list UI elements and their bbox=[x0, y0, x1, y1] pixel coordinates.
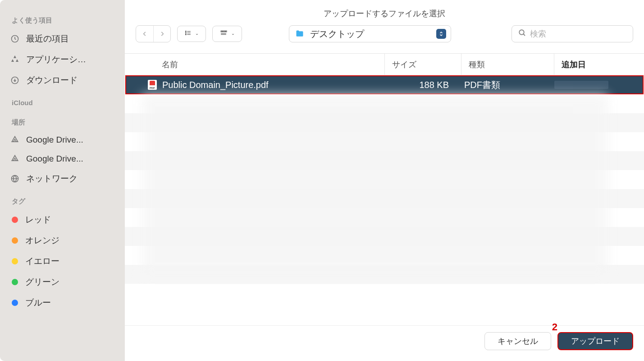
sidebar-item-network[interactable]: ネットワーク bbox=[0, 168, 125, 189]
tag-dot-icon bbox=[12, 300, 18, 306]
svg-rect-12 bbox=[226, 31, 227, 32]
file-added bbox=[553, 81, 643, 89]
tag-dot-icon bbox=[12, 279, 18, 285]
download-icon bbox=[10, 75, 20, 85]
main-panel: アップロードするファイルを選択 bbox=[125, 0, 644, 361]
drive-icon bbox=[10, 154, 20, 164]
upload-button[interactable]: アップロード bbox=[557, 332, 633, 350]
pdf-file-icon: PDF bbox=[148, 80, 157, 90]
sidebar-item-recents[interactable]: 最近の項目 bbox=[0, 28, 125, 49]
sidebar-item-gdrive-1[interactable]: Google Drive... bbox=[0, 130, 125, 149]
sidebar-header-tags: タグ bbox=[0, 189, 125, 209]
view-list-button[interactable] bbox=[177, 26, 206, 42]
svg-rect-11 bbox=[224, 31, 225, 32]
svg-point-15 bbox=[519, 30, 524, 35]
sidebar: よく使う項目 最近の項目 アプリケーシ… ダウンロード iCloud 場所 bbox=[0, 0, 125, 361]
file-size: 188 KB bbox=[383, 80, 460, 90]
svg-rect-9 bbox=[221, 31, 222, 32]
sidebar-item-label: グリーン bbox=[25, 276, 59, 288]
chevron-down-icon bbox=[195, 30, 199, 38]
svg-point-5 bbox=[185, 34, 186, 35]
file-name: Public Domain_Picture.pdf bbox=[162, 80, 269, 90]
sidebar-item-label: Google Drive... bbox=[26, 135, 83, 145]
location-picker[interactable]: デスクトップ bbox=[289, 25, 451, 42]
location-label: デスクトップ bbox=[310, 28, 432, 40]
sidebar-tag-yellow[interactable]: イエロー bbox=[0, 251, 125, 272]
toolbar: デスクトップ bbox=[125, 25, 644, 53]
search-box[interactable] bbox=[512, 25, 633, 42]
svg-rect-10 bbox=[223, 31, 224, 32]
column-name[interactable]: 名前 bbox=[125, 59, 384, 70]
grid-icon bbox=[219, 30, 228, 38]
list-icon bbox=[184, 30, 192, 38]
sidebar-item-label: アプリケーシ… bbox=[26, 54, 86, 65]
forward-button[interactable] bbox=[153, 26, 170, 42]
view-group-button[interactable] bbox=[212, 26, 242, 42]
drive-icon bbox=[10, 135, 20, 145]
sidebar-item-label: イエロー bbox=[25, 255, 59, 267]
search-icon bbox=[518, 29, 526, 39]
sidebar-item-label: ブルー bbox=[25, 297, 51, 309]
dialog-title: アップロードするファイルを選択 bbox=[125, 0, 644, 25]
footer: 2 キャンセル アップロード bbox=[125, 325, 644, 361]
sidebar-item-label: オレンジ bbox=[25, 235, 59, 246]
file-list: 1 PDF Public Domain_Picture.pdf 188 KB P… bbox=[125, 75, 644, 325]
cancel-button[interactable]: キャンセル bbox=[484, 332, 551, 350]
svg-point-4 bbox=[185, 32, 186, 33]
sidebar-item-label: ダウンロード bbox=[26, 74, 78, 86]
sidebar-header-favorites: よく使う項目 bbox=[0, 5, 125, 28]
nav-group bbox=[136, 25, 171, 42]
sidebar-item-gdrive-2[interactable]: Google Drive... bbox=[0, 149, 125, 168]
svg-line-16 bbox=[523, 34, 525, 36]
column-added[interactable]: 追加日 bbox=[554, 54, 644, 75]
column-size[interactable]: サイズ bbox=[384, 54, 461, 75]
sidebar-item-label: 最近の項目 bbox=[26, 33, 69, 45]
tag-dot-icon bbox=[12, 217, 18, 223]
file-kind: PDF書類 bbox=[460, 79, 553, 91]
sidebar-header-locations: 場所 bbox=[0, 110, 125, 130]
sidebar-item-applications[interactable]: アプリケーシ… bbox=[0, 49, 125, 70]
sidebar-item-label: レッド bbox=[25, 214, 51, 226]
sidebar-item-label: ネットワーク bbox=[26, 173, 78, 185]
svg-point-3 bbox=[185, 31, 186, 32]
tag-dot-icon bbox=[12, 237, 18, 244]
sidebar-tag-blue[interactable]: ブルー bbox=[0, 292, 125, 313]
folder-icon bbox=[294, 29, 306, 39]
updown-icon bbox=[436, 29, 446, 39]
sidebar-tag-green[interactable]: グリーン bbox=[0, 272, 125, 292]
file-picker-dialog: よく使う項目 最近の項目 アプリケーシ… ダウンロード iCloud 場所 bbox=[0, 0, 644, 361]
sidebar-item-label: Google Drive... bbox=[26, 154, 83, 164]
annotation-2: 2 bbox=[552, 321, 557, 333]
clock-icon bbox=[10, 34, 20, 44]
tag-dot-icon bbox=[12, 258, 18, 264]
apps-icon bbox=[10, 55, 20, 65]
column-kind[interactable]: 種類 bbox=[461, 54, 554, 75]
search-input[interactable] bbox=[530, 29, 635, 39]
file-row-selected[interactable]: PDF Public Domain_Picture.pdf 188 KB PDF… bbox=[125, 75, 644, 94]
network-icon bbox=[10, 174, 20, 184]
blurred-content bbox=[142, 94, 608, 275]
back-button[interactable] bbox=[136, 26, 153, 42]
sidebar-tag-red[interactable]: レッド bbox=[0, 209, 125, 230]
sidebar-item-downloads[interactable]: ダウンロード bbox=[0, 70, 125, 91]
sidebar-tag-orange[interactable]: オレンジ bbox=[0, 230, 125, 251]
column-headers: 名前 サイズ 種類 追加日 bbox=[125, 54, 644, 75]
chevron-down-icon bbox=[231, 30, 235, 38]
sidebar-header-icloud: iCloud bbox=[0, 91, 125, 110]
